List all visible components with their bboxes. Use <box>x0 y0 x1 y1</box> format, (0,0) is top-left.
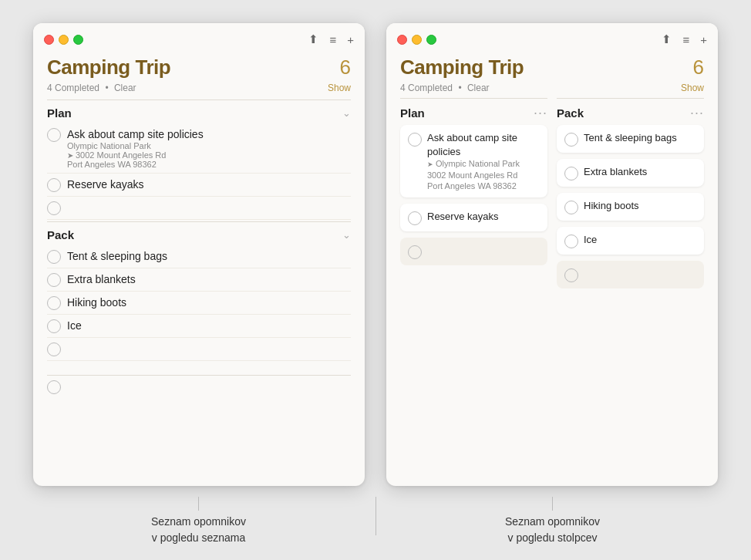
location-pin-icon: ➤ <box>67 151 73 160</box>
maximize-button[interactable] <box>73 35 83 45</box>
traffic-lights-column <box>397 35 436 45</box>
checkbox-card-plan-empty[interactable] <box>408 245 422 259</box>
card-ice[interactable]: Ice <box>557 227 704 255</box>
list-view-body: Camping Trip 6 4 Completed • Clear Show … <box>33 51 365 486</box>
plan-column-dots-icon[interactable]: ··· <box>534 105 547 121</box>
item-sub3-ask-camp: Port Angeles WA 98362 <box>67 160 204 169</box>
plan-section-title: Plan <box>47 106 72 120</box>
card-tent-text: Tent & sleeping bags <box>584 131 677 145</box>
note-count-col: 6 <box>693 56 704 79</box>
completed-text-list: 4 Completed <box>47 83 99 93</box>
list-item-blankets: Extra blankets <box>47 268 351 292</box>
list-icon[interactable]: ≡ <box>329 33 336 46</box>
card-ask-text: Ask about camp site policies <box>427 131 540 158</box>
checkbox-card-pack-empty[interactable] <box>564 268 578 282</box>
toolbar-column: ⬆ ≡ + <box>662 32 707 46</box>
checkbox-ask-camp[interactable] <box>47 128 61 142</box>
checkbox-card-reserve[interactable] <box>408 211 422 225</box>
caption-list-line2: v pogledu seznama <box>152 530 245 546</box>
card-boots[interactable]: Hiking boots <box>557 193 704 221</box>
pack-column-title: Pack <box>557 106 584 120</box>
checkbox-blankets[interactable] <box>47 273 61 287</box>
share-icon-col[interactable]: ⬆ <box>662 32 672 46</box>
item-sub2-ask-camp: ➤ 3002 Mount Angeles Rd <box>67 150 204 160</box>
caption-line-list <box>198 497 199 511</box>
card-reserve-text: Reserve kayaks <box>427 210 498 224</box>
pack-section-title: Pack <box>47 228 74 241</box>
card-ask-sub1: ➤ Olympic National Park <box>427 158 540 170</box>
plan-column: Plan ··· Ask about camp site policies ➤ … <box>400 98 547 477</box>
checkbox-card-boots[interactable] <box>564 201 578 214</box>
add-icon[interactable]: + <box>347 33 354 46</box>
card-plan-empty-item <box>408 244 540 259</box>
card-reserve-kayaks[interactable]: Reserve kayaks <box>400 204 547 231</box>
title-bar-column: ⬆ ≡ + <box>386 23 718 51</box>
caption-col-line2: v pogledu stolpcev <box>508 530 598 546</box>
bullet-col: • <box>456 83 464 93</box>
minimize-button-col[interactable] <box>412 35 422 45</box>
list-item-reserve-kayaks: Reserve kayaks <box>47 174 351 197</box>
close-button[interactable] <box>44 35 54 45</box>
column-view-window: ⬆ ≡ + Camping Trip 6 4 Completed • Clear… <box>386 23 718 486</box>
card-tent-item: Tent & sleeping bags <box>564 131 696 147</box>
checkbox-boots[interactable] <box>47 296 61 310</box>
show-button-col[interactable]: Show <box>681 83 704 93</box>
card-ask-camp[interactable]: Ask about camp site policies ➤ Olympic N… <box>400 125 547 197</box>
completed-text-col: 4 Completed <box>400 83 453 93</box>
minimize-button[interactable] <box>59 35 69 45</box>
card-boots-text: Hiking boots <box>584 199 639 213</box>
caption-separator <box>376 497 376 546</box>
checkbox-card-blankets[interactable] <box>564 167 578 180</box>
card-plan-empty[interactable] <box>400 238 547 265</box>
card-ask-sub3: Port Angeles WA 98362 <box>427 180 540 191</box>
close-button-col[interactable] <box>397 35 407 45</box>
plan-column-header: Plan ··· <box>400 98 547 125</box>
location-pin-card-icon: ➤ <box>427 160 433 168</box>
share-icon[interactable]: ⬆ <box>308 32 318 46</box>
card-boots-item: Hiking boots <box>564 199 696 214</box>
list-item-bottom-empty <box>47 375 351 398</box>
card-blankets[interactable]: Extra blankets <box>557 159 704 187</box>
captions-row: Seznam opomnikov v pogledu seznama Sezna… <box>23 497 728 554</box>
column-view-body: Camping Trip 6 4 Completed • Clear Show … <box>386 51 718 486</box>
card-tent[interactable]: Tent & sleeping bags <box>557 125 704 153</box>
checkbox-card-ask[interactable] <box>408 133 422 147</box>
plan-chevron-icon[interactable]: ⌄ <box>342 107 351 119</box>
maximize-button-col[interactable] <box>426 35 436 45</box>
plan-column-title: Plan <box>400 106 425 120</box>
item-text-blankets: Extra blankets <box>67 272 136 286</box>
bullet-list: • <box>103 83 111 93</box>
toolbar-list: ⬆ ≡ + <box>308 32 354 46</box>
item-text-tent: Tent & sleeping bags <box>67 249 167 263</box>
list-view-window: ⬆ ≡ + Camping Trip 6 4 Completed • Clear… <box>33 23 365 486</box>
card-reserve-item: Reserve kayaks <box>408 210 540 225</box>
card-pack-empty-item <box>564 267 696 282</box>
checkbox-bottom-empty[interactable] <box>47 380 61 394</box>
checkbox-reserve-kayaks[interactable] <box>47 178 61 192</box>
windows-row: ⬆ ≡ + Camping Trip 6 4 Completed • Clear… <box>23 15 728 486</box>
add-icon-col[interactable]: + <box>700 33 707 46</box>
checkbox-plan-empty[interactable] <box>47 201 61 215</box>
item-text-ask-camp: Ask about camp site policies <box>67 127 204 141</box>
checkbox-card-ice[interactable] <box>564 234 578 248</box>
checkbox-ice[interactable] <box>47 319 61 333</box>
checkbox-card-tent[interactable] <box>564 133 578 147</box>
list-icon-col[interactable]: ≡ <box>682 33 689 46</box>
clear-button-col[interactable]: Clear <box>467 83 490 93</box>
checkbox-pack-empty[interactable] <box>47 342 61 356</box>
card-pack-empty[interactable] <box>557 261 704 288</box>
caption-list-line1: Seznam opomnikov <box>151 514 246 530</box>
note-title-row-list: Camping Trip 6 <box>47 56 351 79</box>
pack-chevron-icon[interactable]: ⌄ <box>342 229 351 241</box>
list-item-pack-empty <box>47 338 351 361</box>
pack-column-dots-icon[interactable]: ··· <box>690 105 704 121</box>
checkbox-tent[interactable] <box>47 250 61 264</box>
caption-column-view: Seznam opomnikov v pogledu stolpcev <box>387 497 719 546</box>
card-ask-sub2: 3002 Mount Angeles Rd <box>427 170 540 180</box>
clear-button-list[interactable]: Clear <box>114 83 136 93</box>
card-blankets-item: Extra blankets <box>564 165 696 180</box>
list-item-tent: Tent & sleeping bags <box>47 245 351 268</box>
pack-section-header: Pack ⌄ <box>47 221 351 245</box>
show-button-list[interactable]: Show <box>328 83 351 93</box>
card-ice-text: Ice <box>584 233 597 247</box>
